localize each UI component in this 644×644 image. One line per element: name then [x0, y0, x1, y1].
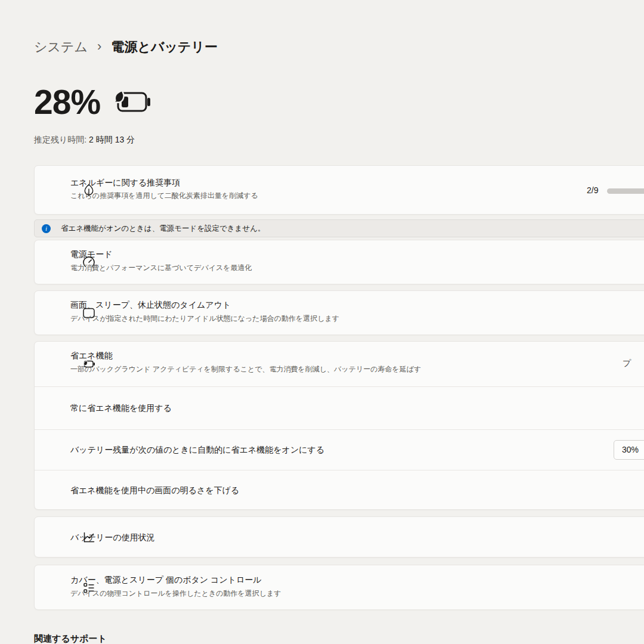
- info-banner-text: 省エネ機能がオンのときは、電源モードを設定できません。: [61, 224, 265, 234]
- row-always-use-energy-saver: 常に省エネ機能を使用する: [35, 386, 644, 429]
- card-title: 画面、スリープ、休止状態のタイムアウト: [70, 300, 231, 311]
- card-screen-sleep-timeouts[interactable]: 画面、スリープ、休止状態のタイムアウト デバイスが指定された時間にわたりアイドル…: [34, 290, 644, 335]
- breadcrumb: システム › 電源とバッテリー: [34, 38, 218, 56]
- card-energy-recommendations[interactable]: エネルギーに関する推奨事項 これらの推奨事項を適用して二酸化炭素排出量を削減する…: [34, 165, 644, 215]
- card-title: エネルギーに関する推奨事項: [70, 178, 180, 188]
- related-support-heading: 関連するサポート: [34, 633, 107, 644]
- energy-saver-right-text-truncated: プ: [623, 358, 631, 369]
- battery-threshold-select[interactable]: 30%: [614, 440, 644, 460]
- card-power-mode: 電源モード 電力消費とパフォーマンスに基づいてデバイスを最適化: [34, 240, 644, 284]
- card-battery-usage[interactable]: バッテリーの使用状況: [34, 516, 644, 558]
- row-label: バッテリー残量が次の値のときに自動的に省エネ機能をオンにする: [70, 445, 324, 456]
- page-title: 電源とバッテリー: [111, 38, 218, 56]
- card-title: バッテリーの使用状況: [70, 532, 155, 543]
- card-title: 電源モード: [70, 249, 113, 260]
- battery-saver-icon: [112, 89, 154, 115]
- card-lid-power-sleep-controls[interactable]: カバー、電源とスリープ 個のボタン コントロール デバイスの物理コントロールを操…: [34, 565, 644, 610]
- info-icon: i: [42, 224, 51, 233]
- battery-percent: 28%: [34, 82, 100, 122]
- row-auto-energy-saver-threshold: バッテリー残量が次の値のときに自動的に省エネ機能をオンにする 30%: [35, 429, 644, 470]
- row-label: 常に省エネ機能を使用する: [70, 403, 172, 414]
- card-subtitle: これらの推奨事項を適用して二酸化炭素排出量を削減する: [70, 191, 258, 201]
- card-subtitle: 一部のバックグラウンド アクティビティを制限することで、電力消費を削減し、バッテ…: [70, 364, 421, 374]
- breadcrumb-system-link[interactable]: システム: [34, 38, 88, 56]
- info-banner: i 省エネ機能がオンのときは、電源モードを設定できません。: [34, 219, 644, 237]
- row-dim-screen-energy-saver: 省エネ機能を使用中の画面の明るさを下げる: [35, 470, 644, 510]
- card-subtitle: 電力消費とパフォーマンスに基づいてデバイスを最適化: [70, 263, 252, 273]
- row-label: 省エネ機能を使用中の画面の明るさを下げる: [70, 485, 239, 496]
- card-subtitle: デバイスが指定された時間にわたりアイドル状態になった場合の動作を選択します: [70, 314, 339, 324]
- battery-time-remaining: 推定残り時間: 2 時間 13 分: [34, 135, 135, 145]
- chevron-right-icon: ›: [97, 40, 101, 55]
- recommendations-progress-bar: [607, 188, 644, 194]
- card-subtitle: デバイスの物理コントロールを操作したときの動作を選択します: [70, 589, 281, 599]
- card-title: カバー、電源とスリープ 個のボタン コントロール: [70, 575, 262, 586]
- battery-status: 28%: [34, 82, 154, 122]
- estimate-label: 推定残り時間:: [34, 135, 86, 144]
- card-energy-saver[interactable]: 省エネ機能 一部のバックグラウンド アクティビティを制限することで、電力消費を削…: [34, 341, 644, 510]
- recommendations-progress-count: 2/9: [587, 185, 598, 195]
- card-title: 省エネ機能: [70, 351, 113, 361]
- estimate-value: 2 時間 13 分: [89, 135, 135, 144]
